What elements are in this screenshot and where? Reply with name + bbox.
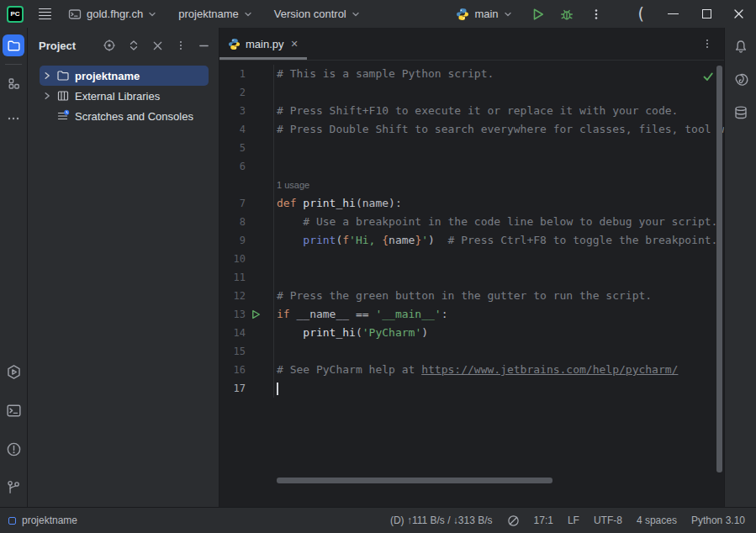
code-row: 2: [219, 83, 724, 102]
code-lines: 1# This is a sample Python script.23# Pr…: [219, 65, 724, 398]
statusbar-project-label: projektname: [22, 515, 77, 526]
vertical-scrollbar-thumb[interactable]: [716, 66, 722, 472]
line-number: 8: [219, 213, 246, 231]
collapse-all-icon[interactable]: [151, 40, 164, 52]
notifications-bell-icon[interactable]: [733, 40, 748, 55]
line-separator-widget[interactable]: LF: [568, 515, 579, 526]
pycharm-logo-icon: PC: [7, 6, 24, 23]
project-widget[interactable]: projektname: [178, 8, 252, 20]
line-number: [219, 176, 246, 194]
python-icon: [228, 38, 241, 50]
tab-main-py[interactable]: main.py ✕: [219, 28, 307, 60]
close-button[interactable]: [733, 8, 744, 19]
right-tool-strip: [724, 28, 756, 507]
ai-assistant-icon[interactable]: [733, 72, 748, 87]
tree-item-label: Scratches and Consoles: [75, 110, 193, 123]
crescent-icon[interactable]: (: [638, 6, 644, 22]
library-icon: [56, 89, 71, 103]
more-tool-windows-button[interactable]: [3, 108, 24, 129]
chevron-right-icon[interactable]: [43, 92, 56, 100]
run-line-icon[interactable]: [246, 305, 266, 324]
tab-label: main.py: [246, 38, 284, 50]
chevron-down-icon: [352, 10, 360, 18]
line-number: 10: [219, 250, 246, 268]
maximize-button[interactable]: [702, 9, 711, 18]
line-number: 5: [219, 139, 246, 157]
left-tool-strip: [0, 28, 28, 507]
line-number: 4: [219, 120, 246, 139]
editor-options-kebab-icon[interactable]: [701, 28, 713, 60]
highlighting-off-icon[interactable]: [507, 515, 520, 527]
git-tool-button[interactable]: [3, 477, 24, 499]
more-actions-icon[interactable]: [589, 8, 603, 21]
terminal-tool-button[interactable]: [3, 399, 24, 421]
project-panel: Project: [28, 28, 219, 507]
run-button[interactable]: [531, 7, 546, 22]
hide-panel-icon[interactable]: [198, 40, 210, 52]
line-number: 11: [219, 268, 246, 287]
line-number: 9: [219, 231, 246, 250]
tab-close-icon[interactable]: ✕: [291, 39, 299, 50]
expand-collapse-icon[interactable]: [127, 39, 140, 52]
chevron-down-icon: [504, 10, 512, 18]
vcs-widget[interactable]: Version control: [274, 8, 360, 20]
run-configuration-selector[interactable]: main: [456, 8, 511, 21]
statusbar-project-widget[interactable]: projektname: [8, 515, 77, 526]
chevron-down-icon: [244, 10, 252, 18]
caret-position-widget[interactable]: 17:1: [534, 515, 553, 526]
select-opened-file-icon[interactable]: [103, 39, 116, 52]
chevron-right-icon[interactable]: [43, 71, 56, 80]
text-caret: [277, 383, 278, 395]
code-row: 10: [219, 250, 724, 268]
interpreter-widget[interactable]: Python 3.10: [691, 515, 745, 526]
minimize-button[interactable]: [668, 13, 679, 14]
python-icon: [456, 8, 469, 21]
services-tool-button[interactable]: [3, 361, 24, 383]
horizontal-scrollbar-thumb[interactable]: [277, 478, 552, 483]
line-number: 14: [219, 324, 246, 342]
code-row: 8 # Use a breakpoint in the code line be…: [219, 213, 724, 231]
code-row: 6: [219, 157, 724, 176]
code-editor[interactable]: 1# This is a sample Python script.23# Pr…: [219, 61, 724, 507]
active-tab-underline: [219, 57, 307, 60]
title-bar: PC gold.fhgr.ch projektname Version cont…: [0, 0, 756, 28]
line-number: 3: [219, 102, 246, 120]
run-configuration-label: main: [474, 8, 498, 20]
debug-button[interactable]: [559, 7, 574, 22]
code-row: 9 print(f'Hi, {name}') # Press Ctrl+F8 t…: [219, 231, 724, 250]
tree-item-external-libraries[interactable]: External Libraries: [40, 86, 209, 106]
usages-hint[interactable]: 1 usage: [277, 180, 309, 190]
project-tool-button[interactable]: [3, 34, 24, 56]
code-row: 16# See PyCharm help at https://www.jetb…: [219, 361, 724, 379]
tree-item-projektname[interactable]: projektname: [40, 66, 209, 86]
line-number: 7: [219, 194, 246, 213]
main-menu-icon[interactable]: [39, 8, 51, 20]
pycharm-window: PC gold.fhgr.ch projektname Version cont…: [0, 0, 756, 533]
code-row: 17: [219, 379, 724, 398]
tree-item-scratches[interactable]: Scratches and Consoles: [40, 106, 209, 126]
structure-tool-button[interactable]: [3, 72, 24, 94]
strip-divider: [5, 64, 22, 65]
inspection-ok-icon[interactable]: [702, 71, 714, 82]
code-row: 1# This is a sample Python script.: [219, 65, 724, 83]
database-icon[interactable]: [733, 105, 748, 120]
code-row: 14 print_hi('PyCharm'): [219, 324, 724, 342]
code-row: 4# Press Double Shift to search everywhe…: [219, 120, 724, 139]
line-number: 6: [219, 157, 246, 176]
code-row: 11: [219, 268, 724, 287]
indent-widget[interactable]: 4 spaces: [637, 515, 677, 526]
editor: main.py ✕ 1# This is a sample Python scr…: [219, 28, 724, 507]
remote-host-selector[interactable]: gold.fhgr.ch: [68, 8, 156, 21]
line-number: 12: [219, 287, 246, 305]
line-number: 1: [219, 65, 246, 83]
chevron-down-icon: [148, 10, 156, 18]
tree-item-label: External Libraries: [75, 90, 160, 103]
vcs-widget-label: Version control: [274, 8, 346, 20]
options-kebab-icon[interactable]: [175, 40, 187, 51]
remote-terminal-icon: [68, 8, 82, 21]
network-speed-widget[interactable]: (D) ↑111 B/s / ↓313 B/s: [390, 515, 493, 526]
encoding-widget[interactable]: UTF-8: [594, 515, 622, 526]
code-row: 12# Press the green button in the gutter…: [219, 287, 724, 305]
project-tree: projektname External Libraries: [28, 66, 219, 126]
problems-tool-button[interactable]: [3, 438, 24, 460]
